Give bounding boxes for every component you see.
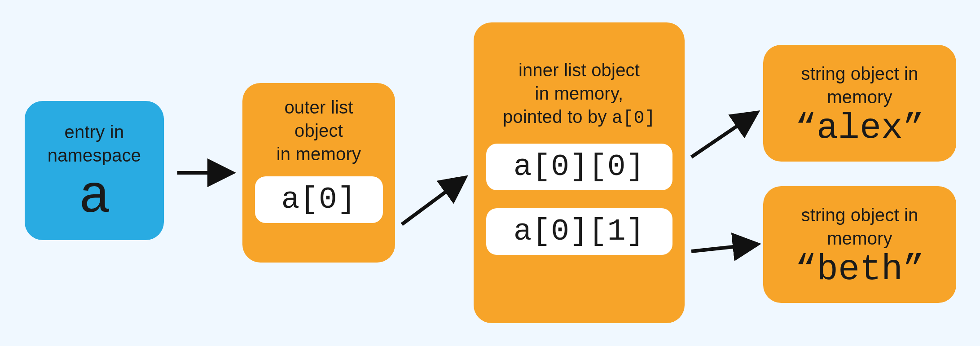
string-object-1-label: string object in memory: [801, 203, 918, 250]
namespace-entry-box: entry in namespace a: [25, 101, 164, 240]
string-object-0-value: “alex”: [795, 110, 924, 146]
inner-list-box: inner list object in memory, pointed to …: [474, 22, 685, 323]
outer-list-box: outer list object in memory a[0]: [242, 83, 395, 263]
outer-list-slot-0: a[0]: [255, 176, 383, 223]
inner-list-label: inner list object in memory, pointed to …: [503, 35, 655, 130]
string-object-1-value: “beth”: [795, 252, 924, 288]
inner-list-slot-1: a[0][1]: [486, 208, 672, 255]
arrow-inner1-to-string1: [691, 245, 754, 251]
inner-list-label-code: a[0]: [612, 108, 655, 128]
outer-list-label: outer list object in memory: [277, 96, 361, 166]
string-object-0-box: string object in memory “alex”: [763, 45, 956, 162]
string-object-0-label: string object in memory: [801, 62, 918, 109]
arrow-outer-to-inner: [402, 180, 462, 224]
arrow-inner0-to-string0: [691, 114, 754, 157]
diagram-canvas: entry in namespace a outer list object i…: [0, 0, 980, 346]
string-object-1-box: string object in memory “beth”: [763, 186, 956, 303]
inner-list-slot-0: a[0][0]: [486, 144, 672, 190]
namespace-variable: a: [79, 171, 110, 224]
namespace-label: entry in namespace: [48, 120, 141, 167]
